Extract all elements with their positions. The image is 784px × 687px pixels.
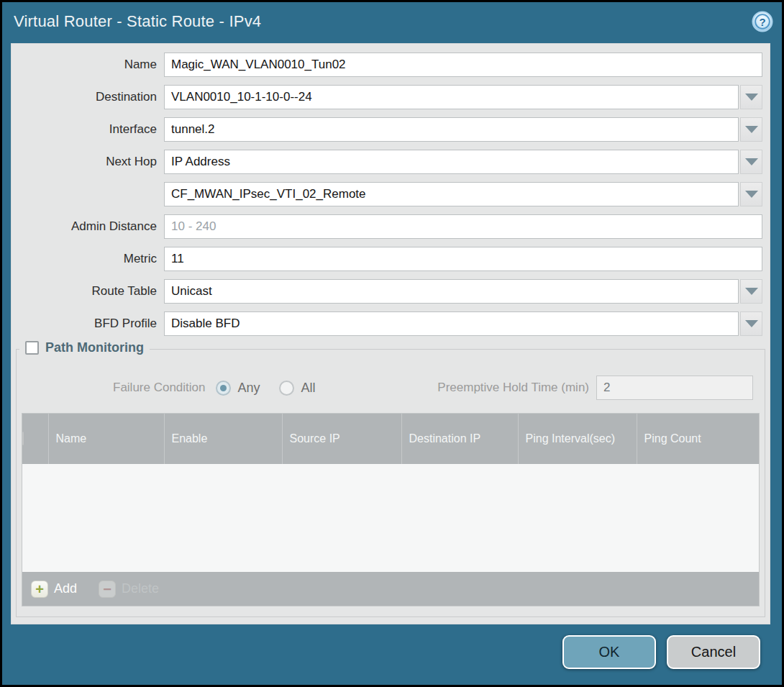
chevron-down-icon	[745, 288, 758, 295]
path-monitoring-title: Path Monitoring	[45, 340, 144, 355]
chevron-down-icon	[745, 126, 758, 133]
col-header-ping-interval[interactable]: Ping Interval(sec)	[518, 414, 637, 464]
interface-dropdown-button[interactable]	[740, 117, 762, 142]
route-table-row: Route Table	[19, 279, 762, 304]
add-button[interactable]: + Add	[31, 581, 77, 598]
next-hop-address-row	[19, 182, 762, 206]
dialog-content: Name Destination Interface Next Hop Admi…	[11, 43, 770, 624]
path-monitoring-legend: Path Monitoring	[19, 340, 150, 355]
path-monitoring-table: Name Enable Source IP Destination IP Pin…	[22, 413, 760, 606]
path-monitoring-section: Path Monitoring Failure Condition Any Al…	[16, 349, 765, 617]
destination-input[interactable]	[164, 85, 739, 109]
table-header-row: Name Enable Source IP Destination IP Pin…	[22, 414, 759, 464]
dialog-titlebar: Virtual Router - Static Route - IPv4 ?	[2, 2, 782, 41]
table-body-empty	[22, 464, 759, 572]
admin-distance-row: Admin Distance	[19, 214, 762, 239]
add-button-label: Add	[54, 581, 77, 596]
radio-all-label: All	[301, 381, 316, 396]
route-table-dropdown-button[interactable]	[740, 279, 762, 304]
destination-row: Destination	[19, 85, 762, 109]
cancel-button[interactable]: Cancel	[667, 635, 760, 669]
bfd-profile-row: BFD Profile	[19, 311, 762, 336]
col-header-name[interactable]: Name	[48, 414, 164, 464]
static-route-dialog: Virtual Router - Static Route - IPv4 ? N…	[2, 2, 782, 685]
next-hop-type-input[interactable]	[164, 150, 739, 174]
minus-icon: −	[99, 581, 116, 598]
ok-button[interactable]: OK	[562, 635, 656, 669]
radio-any-label: Any	[238, 381, 260, 396]
route-table-label: Route Table	[19, 284, 157, 299]
preemptive-hold-time-input[interactable]	[596, 376, 753, 400]
table-toolbar: + Add − Delete	[22, 572, 759, 606]
admin-distance-input[interactable]	[164, 214, 762, 239]
next-hop-address-input[interactable]	[164, 182, 739, 206]
bfd-profile-input[interactable]	[164, 311, 739, 336]
next-hop-dropdown-button[interactable]	[740, 150, 762, 174]
metric-label: Metric	[19, 252, 157, 266]
col-header-enable[interactable]: Enable	[164, 414, 282, 464]
col-header-destination-ip[interactable]: Destination IP	[401, 414, 518, 464]
chevron-down-icon	[745, 158, 758, 165]
radio-all-unselected[interactable]	[279, 381, 294, 396]
destination-label: Destination	[19, 90, 157, 104]
interface-input[interactable]	[164, 117, 739, 142]
preemptive-hold-time-label: Preemptive Hold Time (min)	[437, 381, 589, 395]
admin-distance-label: Admin Distance	[19, 219, 157, 234]
radio-option-any[interactable]: Any	[216, 381, 260, 396]
delete-button-label: Delete	[122, 581, 159, 596]
metric-input[interactable]	[164, 247, 762, 271]
interface-label: Interface	[19, 122, 157, 137]
name-label: Name	[19, 58, 157, 72]
next-hop-row: Next Hop	[19, 150, 762, 174]
select-all-checkbox[interactable]	[22, 432, 24, 445]
metric-row: Metric	[19, 247, 762, 271]
destination-dropdown-button[interactable]	[740, 85, 762, 109]
next-hop-address-dropdown-button[interactable]	[740, 182, 762, 206]
svg-text:?: ?	[759, 16, 765, 28]
plus-icon: +	[31, 581, 48, 598]
bfd-profile-label: BFD Profile	[19, 317, 157, 331]
name-row: Name	[19, 53, 762, 77]
col-header-ping-count[interactable]: Ping Count	[637, 414, 759, 464]
name-input[interactable]	[164, 53, 762, 77]
interface-row: Interface	[19, 117, 762, 142]
col-header-source-ip[interactable]: Source IP	[282, 414, 401, 464]
select-all-header	[22, 414, 48, 464]
path-monitoring-checkbox[interactable]	[25, 341, 39, 355]
failure-condition-row: Failure Condition Any All Preemptive Hol…	[28, 376, 753, 400]
chevron-down-icon	[745, 191, 758, 198]
failure-condition-label: Failure Condition	[113, 381, 206, 395]
route-table-input[interactable]	[164, 279, 739, 304]
radio-option-all[interactable]: All	[279, 381, 316, 396]
delete-button[interactable]: − Delete	[99, 581, 159, 598]
chevron-down-icon	[745, 320, 758, 327]
next-hop-label: Next Hop	[19, 155, 157, 169]
chevron-down-icon	[745, 94, 758, 101]
help-icon[interactable]: ?	[752, 11, 773, 32]
bfd-profile-dropdown-button[interactable]	[740, 311, 762, 336]
dialog-title: Virtual Router - Static Route - IPv4	[2, 12, 261, 31]
failure-condition-radio-group: Any All	[216, 381, 316, 396]
dialog-footer: OK Cancel	[2, 624, 782, 685]
preemptive-hold-time-group: Preemptive Hold Time (min)	[437, 376, 753, 400]
radio-any-selected[interactable]	[216, 381, 231, 396]
